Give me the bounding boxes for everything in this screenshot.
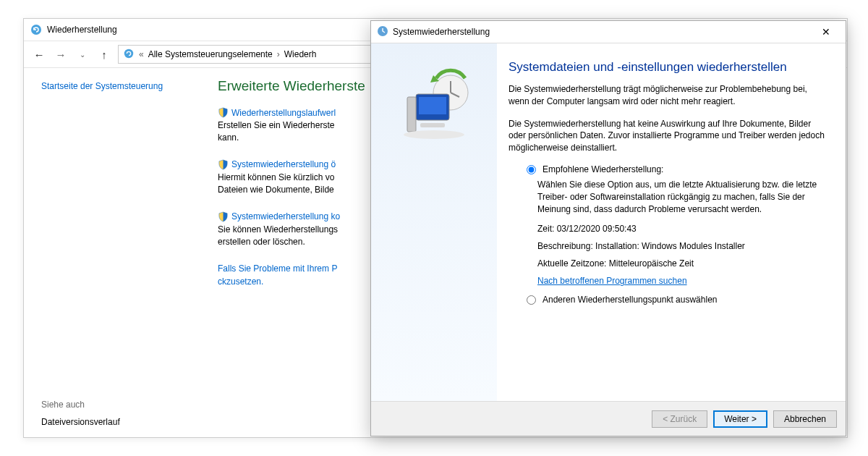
nav-up-button[interactable]: ↑ <box>95 45 114 64</box>
back-button: < Zurück <box>652 410 707 428</box>
shield-icon <box>218 159 229 170</box>
scan-affected-link[interactable]: Nach betroffenen Programmen suchen <box>537 276 687 286</box>
recommended-restore-label: Empfohlene Wiederherstellung: <box>542 164 663 174</box>
recovery-icon <box>30 23 43 36</box>
cp-home-link[interactable]: Startseite der Systemsteuerung <box>41 81 195 91</box>
choose-restore-point-radio[interactable]: Anderen Wiederherstellungspunkt auswähle… <box>523 295 825 305</box>
breadcrumb-part2[interactable]: Wiederh <box>284 49 317 59</box>
svg-point-11 <box>404 130 464 139</box>
close-button[interactable]: ✕ <box>812 22 840 41</box>
cp-sidebar: Startseite der Systemsteuerung Siehe auc… <box>24 68 205 437</box>
recovery-icon <box>123 48 135 62</box>
shield-icon <box>218 107 229 118</box>
svg-rect-10 <box>420 123 445 127</box>
restore-time: Zeit: 03/12/2020 09:50:43 <box>537 224 825 234</box>
next-button[interactable]: Weiter > <box>713 410 767 428</box>
nav-recent-button[interactable]: ⌄ <box>73 45 92 64</box>
cancel-button[interactable]: Abbrechen <box>773 410 837 428</box>
chevron-right-icon: › <box>277 49 280 59</box>
shield-icon <box>218 211 229 222</box>
dialog-para1: Die Systemwiederherstellung trägt möglic… <box>509 83 825 108</box>
dialog-footer: < Zurück Weiter > Abbrechen <box>371 401 846 436</box>
dialog-titlebar: Systemwiederherstellung ✕ <box>371 21 846 43</box>
dialog-heading: Systemdateien und -einstellungen wiederh… <box>509 59 825 76</box>
svg-rect-8 <box>419 97 446 114</box>
restore-timezone: Aktuelle Zeitzone: Mitteleuropäische Zei… <box>537 258 825 269</box>
task1-link[interactable]: Wiederherstellungslaufwerl <box>231 108 336 118</box>
system-restore-icon <box>377 25 388 39</box>
restore-description: Beschreibung: Installation: Windows Modu… <box>537 241 825 251</box>
recommended-restore-desc: Wählen Sie diese Option aus, um die letz… <box>537 179 825 215</box>
choose-restore-point-label: Anderen Wiederherstellungspunkt auswähle… <box>542 295 717 305</box>
task2-link[interactable]: Systemwiederherstellung ö <box>231 159 336 169</box>
nav-forward-button: → <box>51 45 70 64</box>
svg-rect-9 <box>407 97 416 132</box>
choose-restore-point-input[interactable] <box>527 295 536 305</box>
dialog-content: Systemdateien und -einstellungen wiederh… <box>497 43 846 401</box>
recommended-restore-radio[interactable]: Empfohlene Wiederherstellung: <box>523 164 825 174</box>
dialog-para2: Die Systemwiederherstellung hat keine Au… <box>509 118 825 154</box>
see-also-heading: Siehe auch <box>41 400 195 410</box>
system-restore-dialog: Systemwiederherstellung ✕ <box>370 20 846 436</box>
system-restore-illustration-icon <box>394 65 474 147</box>
svg-point-1 <box>124 48 133 57</box>
dialog-sidebar <box>371 43 497 401</box>
recommended-restore-input[interactable] <box>527 165 536 174</box>
close-icon: ✕ <box>822 26 830 38</box>
file-history-link[interactable]: Dateiversionsverlauf <box>41 417 195 427</box>
nav-back-button[interactable]: ← <box>30 45 48 64</box>
dialog-title: Systemwiederherstellung <box>393 27 812 37</box>
cp-title: Wiederherstellung <box>47 25 117 35</box>
breadcrumb-part1[interactable]: Alle Systemsteuerungselemente <box>148 49 273 59</box>
breadcrumb-sep: « <box>139 49 144 59</box>
task3-link[interactable]: Systemwiederherstellung ko <box>231 211 340 221</box>
